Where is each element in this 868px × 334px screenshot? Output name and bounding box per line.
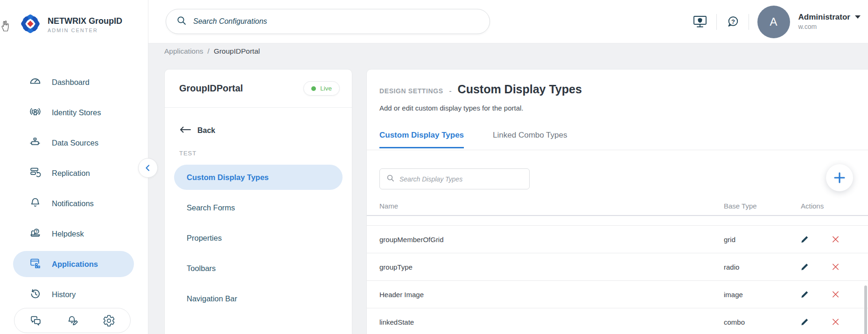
- svg-text:?: ?: [35, 229, 38, 234]
- bell-icon: [29, 196, 42, 211]
- topbar-divider: [716, 14, 717, 30]
- mouse-cursor-hand: [1, 20, 10, 34]
- row-name: linkedState: [379, 318, 414, 326]
- search-display-types-input[interactable]: [399, 175, 523, 183]
- edit-button[interactable]: [800, 290, 810, 299]
- admin-center-window: NETWRIX GroupID ADMIN CENTER Dashboard: [0, 0, 868, 334]
- column-name: Name: [379, 202, 398, 210]
- delete-button[interactable]: [831, 235, 840, 244]
- table-header: Name Base Type Actions: [367, 200, 868, 216]
- column-actions: Actions: [801, 202, 824, 210]
- menu-item-navigation-bar[interactable]: Navigation Bar: [174, 286, 343, 311]
- delete-button[interactable]: [831, 263, 840, 271]
- panel-subtitle: Add or edit custom display types for the…: [379, 104, 524, 112]
- avatar-initial: A: [770, 15, 777, 28]
- brand-name: NETWRIX GroupID: [48, 16, 122, 26]
- status-label: Live: [320, 85, 332, 92]
- table-row: Header Image image: [367, 281, 868, 308]
- applications-icon: [29, 257, 42, 271]
- table-row: groupType radio: [367, 253, 868, 281]
- sidebar-item-dashboard[interactable]: Dashboard: [0, 67, 148, 97]
- notification-edit-icon[interactable]: [66, 314, 79, 327]
- data-sources-icon: [29, 136, 42, 150]
- column-base-type: Base Type: [724, 202, 757, 210]
- sidebar-item-label: Identity Stores: [52, 108, 101, 117]
- sidebar-item-history[interactable]: History: [0, 279, 148, 310]
- row-base-type: image: [724, 291, 743, 299]
- chevron-down-icon: [855, 15, 861, 19]
- menu-item-toolbars[interactable]: Toolbars: [174, 256, 343, 281]
- sidebar-collapse-button[interactable]: [138, 158, 158, 178]
- helpdesk-icon: ?: [29, 227, 42, 241]
- design-settings-menu: Custom Display Types Search Forms Proper…: [165, 165, 352, 311]
- tab-label: Custom Display Types: [379, 131, 464, 139]
- menu-item-label: Properties: [187, 234, 222, 243]
- topbar-divider: [749, 14, 749, 30]
- search-configurations-input[interactable]: [193, 17, 479, 26]
- menu-item-properties[interactable]: Properties: [174, 225, 343, 250]
- breadcrumb-applications[interactable]: Applications: [164, 47, 203, 55]
- user-menu[interactable]: Administrator w.com: [798, 12, 861, 31]
- sidebar-item-label: Applications: [52, 260, 98, 269]
- panel-tabs: Custom Display Types Linked Combo Types: [379, 131, 567, 148]
- sidebar-item-helpdesk[interactable]: ? Helpdesk: [0, 219, 148, 249]
- menu-item-custom-display-types[interactable]: Custom Display Types: [174, 165, 343, 190]
- menu-item-label: Custom Display Types: [187, 173, 269, 182]
- edit-button[interactable]: [800, 235, 810, 244]
- panel-eyebrow: DESIGN SETTINGS: [379, 87, 443, 95]
- settings-gear-icon[interactable]: [103, 314, 115, 327]
- delete-button[interactable]: [831, 318, 840, 327]
- application-card: GroupIDPortal Live Back TEST Custom Disp…: [164, 69, 352, 334]
- brand-subtitle: ADMIN CENTER: [48, 28, 122, 33]
- menu-item-search-forms[interactable]: Search Forms: [174, 195, 343, 220]
- user-avatar[interactable]: A: [757, 6, 790, 38]
- sidebar: NETWRIX GroupID ADMIN CENTER Dashboard: [0, 0, 148, 334]
- table-row: groupMemberOfGrid grid: [367, 226, 868, 253]
- global-search[interactable]: [166, 9, 490, 34]
- sidebar-item-notifications[interactable]: Notifications: [0, 188, 148, 219]
- tab-custom-display-types[interactable]: Custom Display Types: [379, 131, 464, 148]
- feedback-chat-icon[interactable]: [29, 314, 42, 327]
- back-button[interactable]: Back: [179, 126, 337, 135]
- panel-title: Custom Display Types: [458, 83, 582, 96]
- panel-eyebrow-separator: -: [449, 87, 452, 95]
- tab-linked-combo-types[interactable]: Linked Combo Types: [493, 131, 567, 148]
- display-types-search[interactable]: [379, 168, 530, 189]
- row-base-type: combo: [724, 318, 745, 326]
- breadcrumb: Applications/GroupIDPortal: [164, 47, 260, 56]
- menu-item-label: Toolbars: [187, 264, 216, 273]
- row-base-type: radio: [724, 263, 739, 271]
- sidebar-item-label: Replication: [52, 169, 90, 178]
- section-label: TEST: [179, 150, 337, 157]
- vertical-scrollbar[interactable]: [864, 285, 867, 334]
- netwrix-groupid-logo-icon: [20, 13, 41, 36]
- sidebar-item-label: Helpdesk: [52, 230, 84, 238]
- arrow-left-icon: [179, 126, 191, 135]
- add-display-type-button[interactable]: [826, 164, 853, 191]
- svg-text:?: ?: [731, 18, 735, 25]
- user-name: Administrator: [798, 12, 850, 22]
- table-row: linkedState combo: [367, 308, 868, 334]
- delete-button[interactable]: [831, 290, 840, 299]
- row-base-type: grid: [724, 236, 735, 244]
- tabs-divider: [367, 150, 868, 150]
- menu-item-label: Navigation Bar: [187, 294, 237, 303]
- replication-icon: [29, 166, 42, 181]
- status-badge: Live: [303, 81, 340, 96]
- topbar: ? A Administrator w.com: [148, 0, 868, 43]
- brand[interactable]: NETWRIX GroupID ADMIN CENTER: [0, 0, 148, 36]
- secure-monitor-icon[interactable]: [692, 14, 708, 29]
- search-icon: [176, 15, 187, 28]
- custom-display-types-panel: DESIGN SETTINGS - Custom Display Types A…: [366, 69, 868, 334]
- history-icon: [29, 287, 42, 302]
- live-dot-icon: [311, 86, 316, 91]
- sidebar-item-applications[interactable]: Applications: [13, 251, 134, 277]
- dashboard-icon: [29, 75, 42, 90]
- edit-button[interactable]: [800, 317, 810, 327]
- sidebar-item-data-sources[interactable]: Data Sources: [0, 128, 148, 158]
- row-name: groupMemberOfGrid: [379, 236, 444, 244]
- help-icon[interactable]: ?: [725, 14, 740, 29]
- sidebar-item-replication[interactable]: Replication: [0, 158, 148, 188]
- edit-button[interactable]: [800, 262, 810, 272]
- sidebar-item-identity-stores[interactable]: Identity Stores: [0, 97, 148, 128]
